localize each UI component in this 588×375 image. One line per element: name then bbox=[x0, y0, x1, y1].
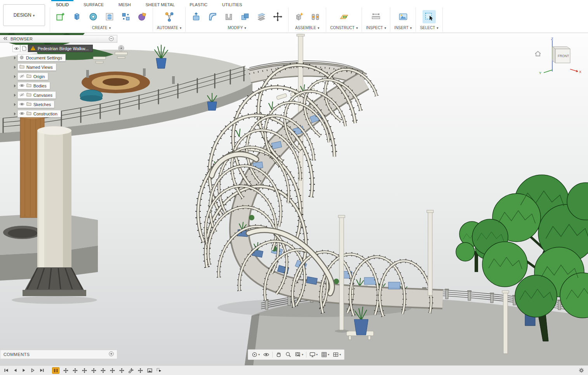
design-menu-button[interactable]: DESIGN bbox=[3, 4, 45, 26]
toolbar-groups: CREATE AUTOMATE MODIFY bbox=[50, 7, 443, 32]
insert-image-icon[interactable] bbox=[397, 10, 410, 23]
move-feature-icon[interactable] bbox=[82, 368, 87, 373]
move-feature-icon[interactable] bbox=[119, 368, 124, 373]
select-menu[interactable]: SELECT bbox=[420, 25, 438, 31]
orbit-icon[interactable]: ▾ bbox=[250, 351, 261, 359]
browser-item-origin[interactable]: Origin bbox=[14, 73, 117, 80]
x-axis-line bbox=[570, 69, 578, 72]
pattern-feature-icon[interactable] bbox=[129, 368, 134, 373]
form-icon[interactable] bbox=[136, 10, 149, 23]
measure-icon[interactable] bbox=[369, 10, 383, 23]
document-icon bbox=[20, 45, 28, 52]
joint-icon[interactable] bbox=[309, 10, 322, 23]
pattern-icon[interactable] bbox=[119, 10, 132, 23]
browser-item-sketches[interactable]: Sketches bbox=[14, 101, 117, 108]
shell-icon[interactable] bbox=[222, 10, 235, 23]
new-component-icon[interactable] bbox=[292, 10, 306, 23]
divider bbox=[306, 352, 306, 358]
expand-arrow-icon[interactable] bbox=[14, 56, 16, 59]
browser-item-bodies[interactable]: Bodies bbox=[14, 82, 117, 89]
expand-arrow-icon[interactable] bbox=[14, 103, 16, 106]
toolbar-group-automate: AUTOMATE bbox=[153, 7, 186, 32]
viewcube-left-face[interactable] bbox=[552, 47, 555, 63]
pan-icon[interactable] bbox=[274, 351, 283, 359]
play-icon[interactable] bbox=[22, 368, 26, 373]
browser-item-named-views[interactable]: Named Views bbox=[14, 63, 117, 71]
construct-menu[interactable]: CONSTRUCT bbox=[330, 25, 358, 31]
comments-label: COMMENTS bbox=[3, 352, 109, 357]
folder-icon bbox=[26, 83, 31, 88]
eye-icon[interactable] bbox=[19, 84, 24, 88]
step-forward-icon[interactable] bbox=[31, 368, 35, 373]
revolve-icon[interactable] bbox=[87, 10, 100, 23]
plus-circle-icon[interactable] bbox=[109, 351, 114, 358]
expand-arrow-icon[interactable] bbox=[14, 66, 16, 69]
move-feature-icon[interactable] bbox=[73, 368, 78, 373]
create-menu[interactable]: CREATE bbox=[92, 25, 111, 31]
go-to-end-icon[interactable] bbox=[40, 368, 44, 373]
viewports-icon[interactable]: ▾ bbox=[331, 351, 342, 359]
look-at-icon[interactable] bbox=[262, 351, 271, 359]
minus-circle-icon[interactable] bbox=[109, 36, 114, 42]
eye-off-icon[interactable] bbox=[19, 93, 24, 98]
fit-icon[interactable]: ▾ bbox=[294, 351, 304, 359]
move-feature-icon[interactable] bbox=[63, 368, 68, 373]
eye-icon[interactable] bbox=[19, 112, 24, 116]
select-cursor-icon[interactable] bbox=[423, 10, 436, 23]
extrude-icon[interactable] bbox=[70, 10, 84, 23]
viewcube[interactable]: Z FRONT Y X bbox=[532, 37, 583, 77]
divider bbox=[272, 352, 273, 358]
automate-menu[interactable]: AUTOMATE bbox=[157, 25, 181, 31]
warning-triangle-icon bbox=[30, 46, 36, 51]
eye-icon[interactable] bbox=[12, 45, 20, 52]
move-feature-icon[interactable] bbox=[91, 368, 96, 373]
collapse-browser-icon[interactable] bbox=[3, 37, 8, 41]
view-navigation-bar: ▾ ▾ ▾ ▾ ▾ bbox=[248, 349, 344, 360]
press-pull-icon[interactable] bbox=[190, 10, 203, 23]
grid-settings-icon[interactable]: ▾ bbox=[320, 351, 331, 359]
insert-menu[interactable]: INSERT bbox=[394, 25, 412, 31]
assemble-menu[interactable]: ASSEMBLE bbox=[295, 25, 319, 31]
expand-arrow-icon[interactable] bbox=[14, 84, 16, 87]
move-copy-icon[interactable] bbox=[271, 10, 284, 23]
expand-arrow-icon[interactable] bbox=[14, 75, 16, 78]
browser-root-row[interactable]: Pedestrian Birdge Walkw... bbox=[12, 45, 117, 52]
go-to-start-icon[interactable] bbox=[4, 368, 9, 373]
move-feature-icon[interactable] bbox=[110, 368, 115, 373]
offset-face-icon[interactable] bbox=[255, 10, 268, 23]
step-back-icon[interactable] bbox=[13, 368, 17, 373]
zoom-icon[interactable] bbox=[284, 351, 293, 359]
expand-arrow-icon[interactable] bbox=[14, 112, 16, 115]
folder-icon bbox=[26, 92, 31, 98]
modify-menu[interactable]: MODIFY bbox=[228, 25, 246, 31]
automation-icon[interactable] bbox=[163, 10, 176, 23]
sketch-flag-icon[interactable] bbox=[157, 368, 162, 373]
home-icon[interactable] bbox=[535, 51, 541, 56]
gear-icon[interactable] bbox=[579, 368, 584, 373]
hole-icon[interactable] bbox=[103, 10, 116, 23]
construction-plane-icon[interactable] bbox=[337, 10, 351, 23]
move-feature-icon[interactable] bbox=[138, 368, 143, 373]
inspect-menu[interactable]: INSPECT bbox=[366, 25, 386, 31]
axis-z-label: Z bbox=[551, 37, 553, 41]
browser-item-document-settings[interactable]: Document Settings bbox=[14, 54, 117, 61]
browser-root-node[interactable]: Pedestrian Birdge Walkw... bbox=[28, 45, 93, 52]
browser-item-construction[interactable]: Construction bbox=[14, 110, 117, 117]
comments-bar[interactable]: COMMENTS bbox=[0, 350, 117, 359]
create-sketch-icon[interactable] bbox=[54, 10, 67, 23]
browser-panel: BROWSER Pedestrian Birdge Walkw... Docum… bbox=[0, 35, 117, 117]
fillet-icon[interactable] bbox=[206, 10, 219, 23]
combine-icon[interactable] bbox=[238, 10, 252, 23]
timeline-position-marker[interactable] bbox=[52, 367, 59, 374]
display-settings-icon[interactable]: ▾ bbox=[308, 351, 319, 359]
move-feature-icon[interactable] bbox=[101, 368, 106, 373]
expand-arrow-icon[interactable] bbox=[14, 94, 16, 97]
radio-active-icon[interactable] bbox=[118, 45, 124, 52]
viewcube-face-label: FRONT bbox=[558, 54, 569, 58]
browser-root-label: Pedestrian Birdge Walkw... bbox=[38, 46, 89, 51]
browser-item-canvases[interactable]: Canvases bbox=[14, 91, 117, 99]
support-column[interactable] bbox=[0, 113, 98, 304]
eye-off-icon[interactable] bbox=[19, 74, 24, 79]
canvas-feature-icon[interactable] bbox=[147, 368, 152, 373]
eye-icon[interactable] bbox=[19, 102, 24, 107]
